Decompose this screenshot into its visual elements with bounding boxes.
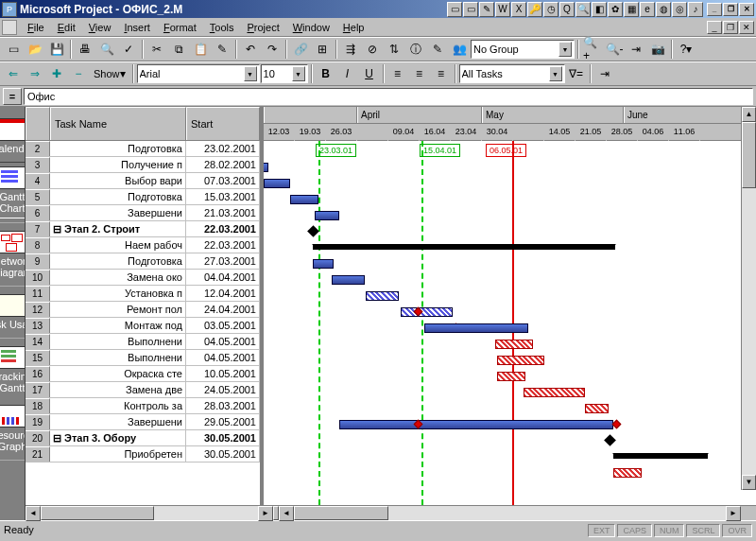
row-number[interactable]: 5	[26, 189, 50, 204]
task-name-cell[interactable]: Завершени	[50, 205, 186, 220]
table-row[interactable]: 10Замена око04.04.2001	[26, 270, 260, 286]
task-bar[interactable]	[524, 388, 585, 397]
task-bar[interactable]	[366, 291, 399, 301]
row-number[interactable]: 20	[26, 430, 50, 445]
task-name-cell[interactable]: Завершени	[50, 414, 186, 429]
task-name-cell[interactable]: Выбор вари	[50, 173, 186, 188]
scroll-down-button[interactable]: ▼	[742, 475, 756, 490]
task-bar[interactable]	[424, 323, 528, 333]
undo-button[interactable]: ↶	[240, 39, 261, 60]
table-row[interactable]: 6Завершени21.03.2001	[26, 205, 260, 221]
task-bar[interactable]	[332, 275, 365, 285]
show-button[interactable]: Show ▾	[90, 63, 129, 84]
redo-button[interactable]: ↷	[262, 39, 283, 60]
table-row[interactable]: 3Получение п28.02.2001	[26, 157, 260, 173]
format-button[interactable]: ✎	[212, 39, 232, 60]
tray-icon[interactable]: Q	[559, 2, 575, 17]
view-track[interactable]: Tracking Gantt	[0, 342, 26, 397]
tray-icon[interactable]: ▭	[447, 2, 462, 17]
table-row[interactable]: 9Подготовка27.03.2001	[26, 253, 260, 270]
nav-back-button[interactable]: ⇐	[3, 63, 24, 84]
horizontal-scrollbar[interactable]: ◄ ► ◄ ►	[26, 505, 756, 520]
start-cell[interactable]: 24.04.2001	[186, 302, 260, 317]
start-cell[interactable]: 29.05.2001	[186, 414, 260, 429]
copy-button[interactable]: ⧉	[168, 39, 189, 60]
start-cell[interactable]: 24.05.2001	[186, 382, 260, 397]
scroll-up-button[interactable]: ▲	[742, 107, 756, 122]
mdi-minimize[interactable]: _	[707, 21, 722, 34]
task-name-cell[interactable]: Установка п	[50, 286, 186, 301]
table-row[interactable]: 13Монтаж под03.05.2001	[26, 318, 260, 334]
bold-button[interactable]: B	[316, 63, 336, 84]
table-row[interactable]: 12Ремонт пол24.04.2001	[26, 302, 260, 318]
align-right-button[interactable]: ≡	[431, 63, 452, 84]
menu-file[interactable]: File	[21, 20, 51, 35]
tray-icon[interactable]: ✿	[608, 2, 623, 17]
new-button[interactable]: ▭	[3, 39, 24, 60]
assign-button[interactable]: 👥	[449, 39, 470, 60]
table-row[interactable]: 5Подготовка15.03.2001	[26, 189, 260, 205]
go-button[interactable]: ⇶	[340, 39, 361, 60]
milestone-icon[interactable]	[604, 434, 616, 446]
start-cell[interactable]: 12.04.2001	[186, 286, 260, 301]
table-row[interactable]: 11Установка п12.04.2001	[26, 286, 260, 302]
table-row[interactable]: 16Окраска сте10.05.2001	[26, 366, 260, 382]
start-cell[interactable]: 22.03.2001	[186, 221, 260, 236]
equals-button[interactable]: =	[3, 88, 22, 105]
ms-button[interactable]: ⊞	[312, 39, 333, 60]
link-button[interactable]: 🔗	[290, 39, 311, 60]
task-name-cell[interactable]: Контроль за	[50, 398, 186, 413]
goto-button[interactable]: ⇥	[626, 39, 646, 60]
row-number[interactable]: 4	[26, 173, 50, 188]
tray-icon[interactable]: ◷	[543, 2, 558, 17]
row-number[interactable]: 16	[26, 366, 50, 381]
task-name-cell[interactable]: Получение п	[50, 157, 186, 172]
menu-edit[interactable]: Edit	[51, 20, 82, 35]
row-number[interactable]: 19	[26, 414, 50, 429]
tray-icon[interactable]: ♪	[688, 2, 703, 17]
task-name-cell[interactable]: Наем рабоч	[50, 237, 186, 253]
start-header[interactable]: Start	[186, 107, 260, 140]
fontsize-combo[interactable]: 10▼	[261, 64, 308, 83]
rownum-header[interactable]	[26, 107, 50, 140]
menu-project[interactable]: Project	[240, 20, 285, 35]
summary-bar[interactable]	[313, 244, 615, 250]
gantt-chart[interactable]: AprilMayJune 12.0319.0326.0309.0416.0423…	[264, 107, 756, 505]
scroll-thumb[interactable]	[742, 122, 756, 188]
task-bar[interactable]	[497, 356, 544, 365]
start-cell[interactable]: 04.05.2001	[186, 350, 260, 365]
row-number[interactable]: 13	[26, 318, 50, 333]
task-name-cell[interactable]: Замена око	[50, 270, 186, 285]
menu-window[interactable]: Window	[286, 20, 336, 35]
task-bar[interactable]	[585, 404, 609, 413]
task-name-cell[interactable]: ⊟ Этап 3. Обору	[50, 430, 186, 445]
taskname-header[interactable]: Task Name	[50, 107, 186, 140]
task-name-cell[interactable]: Выполнени	[50, 350, 186, 365]
paste-button[interactable]: 📋	[190, 39, 211, 60]
cut-button[interactable]: ✂	[146, 39, 167, 60]
menu-tools[interactable]: Tools	[203, 20, 241, 35]
underline-button[interactable]: U	[359, 63, 380, 84]
scroll-left-button[interactable]: ◄	[26, 506, 41, 521]
task-bar[interactable]	[497, 372, 525, 381]
milestone-icon[interactable]	[612, 420, 622, 429]
row-number[interactable]: 17	[26, 382, 50, 397]
camera-button[interactable]: 📷	[647, 39, 668, 60]
tray-icon[interactable]: W	[495, 2, 510, 17]
table-row[interactable]: 7⊟ Этап 2. Строит22.03.2001	[26, 221, 260, 237]
start-cell[interactable]: 28.03.2001	[186, 398, 260, 413]
view-task[interactable]: Task Usage	[0, 290, 26, 334]
autofilter-button[interactable]: ∇=	[566, 63, 587, 84]
tray-icon[interactable]: e	[640, 2, 655, 17]
row-number[interactable]: 3	[26, 157, 50, 172]
task-bar[interactable]	[264, 163, 268, 172]
row-number[interactable]: 7	[26, 221, 50, 236]
print-button[interactable]: 🖶	[75, 39, 95, 60]
indent-button[interactable]: −	[68, 63, 89, 84]
align-center-button[interactable]: ≡	[409, 63, 430, 84]
start-cell[interactable]: 22.03.2001	[186, 237, 260, 253]
start-cell[interactable]: 04.04.2001	[186, 270, 260, 285]
table-row[interactable]: 21Приобретен30.05.2001	[26, 446, 260, 462]
task-name-cell[interactable]: Ремонт пол	[50, 302, 186, 317]
menu-help[interactable]: Help	[336, 20, 371, 35]
